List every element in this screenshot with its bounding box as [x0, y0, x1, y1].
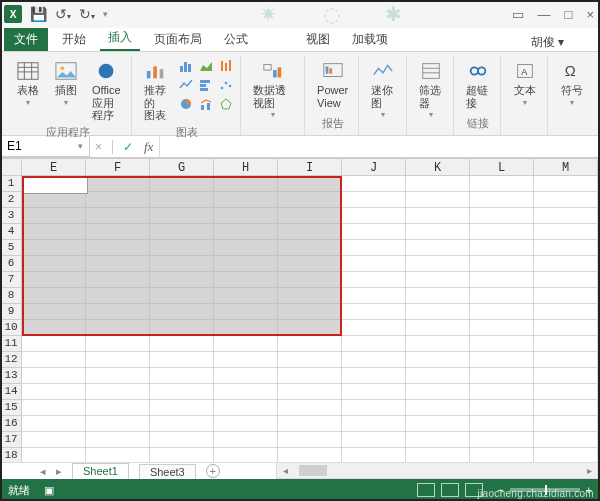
row-header[interactable]: 10 [0, 320, 22, 336]
button-picture[interactable]: 插图▾ [50, 58, 82, 109]
slicer-icon [419, 60, 443, 82]
save-icon[interactable]: 💾 [30, 6, 47, 22]
button-text-label: 文本 [514, 84, 536, 97]
row-header[interactable]: 7 [0, 272, 22, 288]
button-table[interactable]: 表格▾ [12, 58, 44, 109]
fx-icon[interactable]: fx [138, 136, 159, 157]
normal-view-icon[interactable] [417, 483, 435, 497]
new-sheet-icon[interactable]: + [206, 464, 220, 478]
button-slicer[interactable]: 筛选器▾ [415, 58, 447, 121]
button-pivot-chart-label: 数据透视图 [253, 84, 295, 109]
svg-rect-18 [200, 88, 208, 91]
scatter-chart-icon[interactable] [218, 77, 234, 93]
close-icon[interactable]: × [586, 7, 594, 22]
row-header[interactable]: 9 [0, 304, 22, 320]
row-header[interactable]: 14 [0, 384, 22, 400]
sheet-tab[interactable]: Sheet3 [139, 464, 196, 479]
tab-file[interactable]: 文件 [4, 28, 48, 51]
stock-chart-icon[interactable] [218, 58, 234, 74]
svg-rect-12 [188, 64, 191, 72]
svg-point-20 [224, 82, 227, 85]
row-header[interactable]: 8 [0, 288, 22, 304]
col-header[interactable]: M [534, 158, 598, 176]
button-symbol[interactable]: Ω 符号▾ [556, 58, 588, 109]
tab-formulas[interactable]: 公式 [216, 28, 256, 51]
line-chart-icon[interactable] [178, 77, 194, 93]
sheet-nav-prev-icon[interactable]: ◂ [40, 465, 46, 478]
tab-addins[interactable]: 加载项 [344, 28, 396, 51]
cell-area[interactable] [22, 176, 598, 464]
button-power-view-label: Power View [317, 84, 348, 109]
sheet-nav-next-icon[interactable]: ▸ [56, 465, 62, 478]
minimize-icon[interactable]: — [538, 7, 551, 22]
sheet-tab[interactable]: Sheet1 [72, 463, 129, 479]
row-header[interactable]: 3 [0, 208, 22, 224]
radar-chart-icon[interactable] [218, 96, 234, 112]
horizontal-scrollbar[interactable]: ◂▸ [276, 462, 598, 479]
col-header[interactable]: G [150, 158, 214, 176]
tab-page-layout[interactable]: 页面布局 [146, 28, 210, 51]
button-recommended-charts[interactable]: 推荐的 图表 [140, 58, 172, 124]
select-all-corner[interactable] [0, 158, 22, 176]
col-header[interactable]: H [214, 158, 278, 176]
tab-hidden[interactable] [262, 45, 292, 51]
button-power-view[interactable]: Power View [313, 58, 352, 111]
col-header[interactable]: J [342, 158, 406, 176]
cancel-icon[interactable]: × [95, 140, 102, 154]
col-header[interactable]: L [470, 158, 534, 176]
sheet-tab-bar: ◂ ▸ Sheet1 Sheet3 + [0, 462, 276, 479]
svg-rect-26 [264, 65, 271, 71]
row-header[interactable]: 2 [0, 192, 22, 208]
row-header[interactable]: 13 [0, 368, 22, 384]
formula-input[interactable] [159, 136, 600, 157]
group-links: 超链接 链接 [456, 56, 501, 135]
qat-customize-icon[interactable]: ▾ [103, 9, 108, 19]
row-header[interactable]: 15 [0, 400, 22, 416]
tab-view[interactable]: 视图 [298, 28, 338, 51]
button-hyperlink[interactable]: 超链接 [462, 58, 494, 111]
restore-icon[interactable]: □ [565, 7, 573, 22]
undo-icon[interactable]: ↺▾ [55, 6, 71, 22]
tab-insert[interactable]: 插入 [100, 26, 140, 51]
col-header[interactable]: F [86, 158, 150, 176]
row-header[interactable]: 5 [0, 240, 22, 256]
col-header[interactable]: E [22, 158, 86, 176]
col-header[interactable]: I [278, 158, 342, 176]
svg-rect-0 [18, 63, 38, 80]
row-header[interactable]: 1 [0, 176, 22, 192]
svg-point-19 [220, 87, 223, 90]
row-header[interactable]: 12 [0, 352, 22, 368]
ribbon-tab-strip: 文件 开始 插入 页面布局 公式 视图 加载项 胡俊 ▾ [0, 28, 600, 52]
row-header[interactable]: 11 [0, 336, 22, 352]
row-header[interactable]: 6 [0, 256, 22, 272]
svg-rect-30 [325, 66, 328, 73]
ribbon-options-icon[interactable]: ▭ [512, 7, 524, 22]
hbar-chart-icon[interactable] [198, 77, 214, 93]
col-header[interactable]: K [406, 158, 470, 176]
page-layout-view-icon[interactable] [441, 483, 459, 497]
bar-chart-icon[interactable] [178, 58, 194, 74]
group-tables: 表格▾ 插图▾ Office 应用程序 应用程序 [6, 56, 132, 135]
row-header[interactable]: 4 [0, 224, 22, 240]
macro-record-icon[interactable]: ▣ [44, 484, 54, 497]
pivot-chart-icon [261, 60, 285, 82]
row-header[interactable]: 16 [0, 416, 22, 432]
row-header[interactable]: 17 [0, 432, 22, 448]
svg-text:A: A [521, 67, 528, 77]
name-box[interactable]: E1▾ [0, 136, 90, 157]
group-charts: 推荐的 图表 图表 [134, 56, 241, 135]
combo-chart-icon[interactable] [198, 96, 214, 112]
button-text[interactable]: A 文本▾ [509, 58, 541, 109]
area-chart-icon[interactable] [198, 58, 214, 74]
account-name[interactable]: 胡俊 ▾ [531, 34, 564, 51]
group-label-report: 报告 [313, 115, 352, 133]
svg-rect-28 [278, 67, 282, 77]
button-pivot-chart[interactable]: 数据透视图▾ [249, 58, 299, 121]
button-sparklines[interactable]: 迷你图▾ [367, 58, 399, 121]
confirm-icon[interactable]: ✓ [123, 140, 133, 154]
button-hyperlink-label: 超链接 [466, 84, 490, 109]
button-office-apps[interactable]: Office 应用程序 [88, 58, 125, 124]
pie-chart-icon[interactable] [178, 96, 194, 112]
redo-icon[interactable]: ↻▾ [79, 6, 95, 22]
tab-home[interactable]: 开始 [54, 28, 94, 51]
